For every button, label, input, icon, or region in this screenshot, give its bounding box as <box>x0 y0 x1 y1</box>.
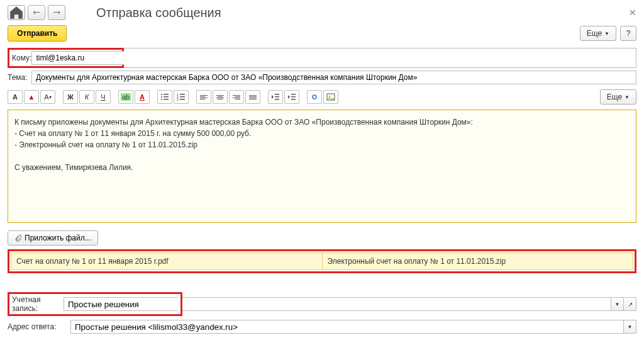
send-button[interactable]: Отправить <box>8 25 67 42</box>
svg-point-2 <box>161 96 162 98</box>
subject-label: Тема: <box>8 73 31 82</box>
attachments-list: Счет на оплату № 1 от 11 января 2015 г.p… <box>8 249 636 273</box>
svg-rect-16 <box>291 96 296 98</box>
highlight-button[interactable]: ab <box>118 90 133 104</box>
svg-rect-1 <box>164 94 169 95</box>
toolbar-more-button[interactable]: Еще ▼ <box>600 89 636 105</box>
font-color-button[interactable]: ▲ <box>24 90 39 104</box>
home-button[interactable] <box>8 5 25 20</box>
align-center-button[interactable] <box>213 90 228 104</box>
forward-button[interactable]: 🡒 <box>48 5 65 20</box>
editor-toolbar: A ▲ A▾ Ж К Ч ab A 123 <box>8 87 636 107</box>
back-button[interactable]: 🡐 <box>28 5 45 20</box>
attach-file-button[interactable]: Приложить файл... <box>8 230 98 246</box>
svg-point-4 <box>161 99 162 100</box>
svg-rect-5 <box>164 99 169 100</box>
reply-label: Адрес ответа: <box>8 322 70 331</box>
account-input[interactable] <box>64 297 178 311</box>
svg-rect-17 <box>291 99 296 100</box>
attachment-item[interactable]: Электронный счет на оплату № 1 от 11.01.… <box>323 253 633 269</box>
number-list-button[interactable]: 123 <box>174 90 189 104</box>
subject-input[interactable] <box>31 71 636 84</box>
more-menu-button[interactable]: Еще ▼ <box>580 26 616 41</box>
bold-button[interactable]: Ж <box>63 90 78 104</box>
close-button[interactable]: ✕ <box>629 8 636 18</box>
underline-button[interactable]: Ч <box>96 90 111 104</box>
svg-rect-9 <box>180 96 185 98</box>
font-size-button[interactable]: A▾ <box>40 90 55 104</box>
svg-rect-14 <box>275 99 279 100</box>
svg-rect-3 <box>164 96 169 98</box>
help-button[interactable]: ? <box>620 26 636 41</box>
link-button[interactable] <box>307 90 322 104</box>
chevron-down-icon: ▼ <box>625 94 630 100</box>
italic-button[interactable]: К <box>79 90 94 104</box>
align-right-button[interactable] <box>229 90 244 104</box>
image-button[interactable] <box>323 90 338 104</box>
to-input[interactable] <box>31 51 134 65</box>
svg-text:3: 3 <box>177 98 179 101</box>
account-input-extension[interactable] <box>182 297 611 311</box>
home-icon <box>8 4 25 21</box>
indent-button[interactable] <box>284 90 299 104</box>
svg-rect-15 <box>291 94 296 95</box>
chevron-down-icon: ▼ <box>604 31 609 37</box>
account-dropdown-button[interactable]: ▼ <box>611 297 624 311</box>
outdent-button[interactable] <box>268 90 283 104</box>
svg-point-19 <box>329 96 331 98</box>
svg-rect-12 <box>275 94 279 95</box>
account-open-button[interactable]: ↗ <box>624 297 636 311</box>
align-left-button[interactable] <box>196 90 211 104</box>
to-label: Кому: <box>12 54 31 62</box>
svg-rect-13 <box>275 96 279 98</box>
page-title: Отправка сообщения <box>96 6 221 20</box>
to-input-extension[interactable] <box>124 48 636 68</box>
reply-input[interactable] <box>70 320 624 334</box>
text-color-button[interactable]: A <box>135 90 150 104</box>
message-body-editor[interactable]: К письму приложены документы для Архитек… <box>8 110 636 223</box>
svg-rect-7 <box>180 94 185 95</box>
attachment-item[interactable]: Счет на оплату № 1 от 11 января 2015 г.p… <box>11 253 323 269</box>
align-justify-button[interactable] <box>245 90 260 104</box>
font-button[interactable]: A <box>8 90 23 104</box>
paperclip-icon <box>14 234 22 242</box>
account-label: Учетная запись: <box>12 295 64 313</box>
svg-rect-11 <box>180 99 185 100</box>
reply-dropdown-button[interactable]: ▼ <box>624 320 636 334</box>
svg-point-0 <box>161 94 162 95</box>
bullet-list-button[interactable] <box>157 90 172 104</box>
